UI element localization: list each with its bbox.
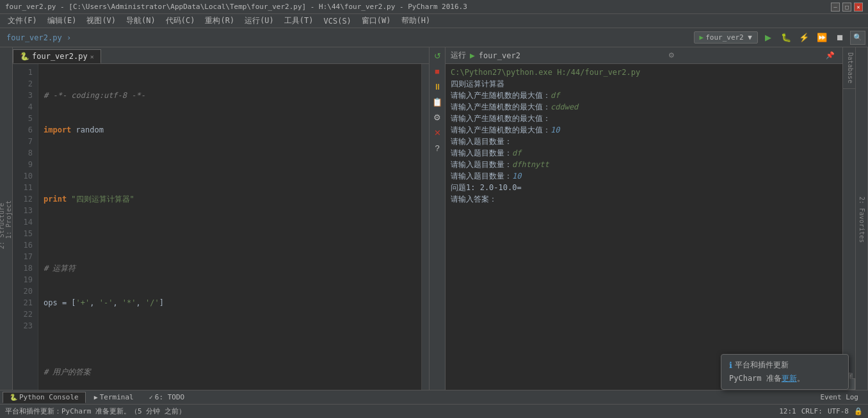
- todo-label: 6: TODO: [155, 393, 184, 401]
- run-panel: 运行 ▶ four_ver2 ⚙ 📌 C:\Python27\python.ex…: [446, 47, 842, 390]
- output-line-4: 请输入产生随机数的最大值：10: [451, 124, 837, 136]
- run-panel-header: 运行 ▶ four_ver2 ⚙ 📌: [446, 47, 842, 64]
- search-button[interactable]: 🔍: [850, 31, 865, 45]
- sidebar-favorites[interactable]: 2: Favorites: [858, 194, 865, 245]
- run-output-text: C:\Python27\python.exe H:/44/four_ver2.p…: [446, 64, 842, 390]
- favorites-sidebar: 2: Favorites: [855, 47, 868, 390]
- menu-run[interactable]: 运行(U): [239, 14, 279, 28]
- code-line-1: # -*- coding:utf-8 -*-: [44, 90, 416, 101]
- output-line-path: C:\Python27\python.exe H:/44/four_ver2.p…: [451, 67, 837, 78]
- stop-all-button[interactable]: ⏹: [832, 30, 848, 45]
- status-lock-icon: 🔒: [854, 407, 863, 415]
- settings-run-button[interactable]: ⚙: [430, 110, 444, 124]
- run-tab-name: four_ver2: [479, 51, 520, 60]
- tab-label: four_ver2.py: [32, 52, 88, 61]
- menu-window[interactable]: 窗口(W): [357, 14, 396, 28]
- run-output: C:\Python27\python.exe H:/44/four_ver2.p…: [446, 64, 842, 390]
- stop-button[interactable]: ■: [430, 64, 444, 78]
- run-icon: ▶: [470, 51, 475, 60]
- code-line-7: ops = ['+', '-', '*', '/']: [44, 297, 416, 309]
- tab-file-icon: 🐍: [20, 52, 29, 61]
- status-notification: 平台和插件更新：PyCharm 准备更新。（5 分钟 之前）: [5, 406, 186, 416]
- right-sidebar: Database 断: [842, 47, 855, 390]
- menu-refactor[interactable]: 重构(R): [200, 14, 239, 28]
- close-run-button[interactable]: ✕: [430, 125, 444, 140]
- run-config-button[interactable]: ▶ four_ver2 ▼: [694, 31, 758, 44]
- todo-icon: ✓: [149, 394, 153, 401]
- output-line-5: 请输入题目数量：: [451, 136, 837, 147]
- output-line-3: 请输入产生随机数的最大值：: [451, 113, 837, 124]
- run-button[interactable]: ▶: [760, 30, 776, 45]
- tab-terminal[interactable]: ▶ Terminal: [87, 392, 141, 403]
- tab-close-button[interactable]: ✕: [90, 53, 94, 60]
- dump-threads-button[interactable]: 📋: [430, 95, 444, 109]
- tab-python-console[interactable]: 🐍 Python Console: [3, 392, 86, 403]
- bottom-tabs: 🐍 Python Console ▶ Terminal ✓ 6: TODO Ev…: [0, 390, 868, 404]
- breadcrumb[interactable]: four_ver2.py ›: [3, 32, 75, 44]
- rerun-button[interactable]: ↺: [430, 49, 444, 63]
- run-vertical-toolbar: ↺ ■ ⏸ 📋 ⚙ ✕ ?: [429, 47, 446, 390]
- sidebar-item-structure[interactable]: 2: Structure: [0, 200, 5, 252]
- menu-help[interactable]: 帮助(H): [396, 14, 436, 28]
- help-button[interactable]: ?: [430, 141, 444, 155]
- sidebar-item-project[interactable]: 1: Project: [5, 198, 12, 241]
- notification-icon: ℹ: [729, 360, 732, 370]
- code-line-6: # 运算符: [44, 262, 416, 274]
- output-line-6: 请输入题目数量：df: [451, 147, 837, 159]
- minimize-button[interactable]: –: [831, 3, 840, 12]
- tab-four-ver2[interactable]: 🐍 four_ver2.py ✕: [13, 49, 101, 63]
- event-log-label: Event Log: [820, 393, 858, 401]
- output-line-7: 请输入题目数量：dfhtnytt: [451, 159, 837, 170]
- run-settings-button[interactable]: ⚙: [666, 50, 677, 61]
- menu-file[interactable]: 文件(F): [3, 14, 42, 28]
- editor-scrollbar[interactable]: [421, 64, 429, 390]
- notification-popup: ℹ 平台和插件更新 PyCharm 准备更新。: [721, 354, 849, 390]
- code-line-5: [44, 228, 416, 239]
- code-line-8: [44, 332, 416, 343]
- maximize-button[interactable]: □: [842, 3, 851, 12]
- code-line-9: # 用户的答案: [44, 366, 416, 378]
- code-line-3: [44, 159, 416, 170]
- menu-bar: 文件(F) 编辑(E) 视图(V) 导航(N) 代码(C) 重构(R) 运行(U…: [0, 14, 868, 28]
- python-console-icon: 🐍: [10, 394, 17, 401]
- notification-body: PyCharm 准备更新。: [729, 373, 840, 384]
- menu-view[interactable]: 视图(V): [81, 14, 121, 28]
- menu-vcs[interactable]: VCS(S): [319, 15, 357, 27]
- line-numbers: 1 2 3 4 5 6 7 8 9 10 11 12 13 14 15 16 1…: [13, 64, 38, 390]
- menu-navigate[interactable]: 导航(N): [121, 14, 161, 28]
- output-line-2: 请输入产生随机数的最大值：cddwed: [451, 101, 837, 113]
- code-line-4: print "四则运算计算器": [44, 193, 416, 205]
- status-encoding: UTF-8: [828, 407, 849, 415]
- code-editor[interactable]: 1 2 3 4 5 6 7 8 9 10 11 12 13 14 15 16 1…: [13, 64, 429, 390]
- toolbar: four_ver2.py › ▶ four_ver2 ▼ ▶ 🐛 ⚡ ⏩ ⏹ 🔍: [0, 28, 868, 47]
- run-pin-button[interactable]: 📌: [823, 50, 837, 61]
- status-position: 12:1: [779, 407, 796, 415]
- main-container: 1: Project 2: Structure 🐍 four_ver2.py ✕…: [0, 47, 868, 390]
- pause-button[interactable]: ⏸: [430, 79, 444, 93]
- menu-tools[interactable]: 工具(T): [279, 14, 319, 28]
- profile-button[interactable]: ⏩: [814, 30, 830, 45]
- close-button[interactable]: ✕: [854, 3, 863, 12]
- menu-edit[interactable]: 编辑(E): [42, 14, 82, 28]
- output-line-8: 请输入题目数量：10: [451, 170, 837, 182]
- terminal-icon: ▶: [94, 394, 98, 401]
- output-line-10: 请输入答案：: [451, 193, 837, 205]
- notification-title: 平台和插件更新: [735, 360, 789, 371]
- tab-event-log[interactable]: Event Log: [813, 392, 865, 403]
- terminal-label: Terminal: [100, 393, 134, 401]
- editor-tabs: 🐍 four_ver2.py ✕: [13, 47, 429, 64]
- code-text[interactable]: # -*- coding:utf-8 -*- import random pri…: [38, 64, 421, 390]
- tab-todo[interactable]: ✓ 6: TODO: [142, 392, 191, 403]
- output-line-1: 请输入产生随机数的最大值：df: [451, 90, 837, 101]
- notification-link[interactable]: 更新: [782, 374, 797, 383]
- project-sidebar: 1: Project 2: Structure: [0, 47, 13, 390]
- output-line-9: 问题1: 2.0-10.0=: [451, 182, 837, 193]
- app-title: four_ver2.py - [C:\Users\Administrator\A…: [5, 3, 831, 11]
- editor-area: 🐍 four_ver2.py ✕ 1 2 3 4 5 6 7 8 9 10 11…: [13, 47, 429, 390]
- code-line-2: import random: [44, 124, 416, 136]
- menu-code[interactable]: 代码(C): [161, 14, 200, 28]
- debug-button[interactable]: 🐛: [778, 30, 794, 45]
- sidebar-database[interactable]: Database: [843, 47, 855, 89]
- output-line-title: 四则运算计算器: [451, 78, 837, 90]
- coverage-button[interactable]: ⚡: [796, 30, 812, 45]
